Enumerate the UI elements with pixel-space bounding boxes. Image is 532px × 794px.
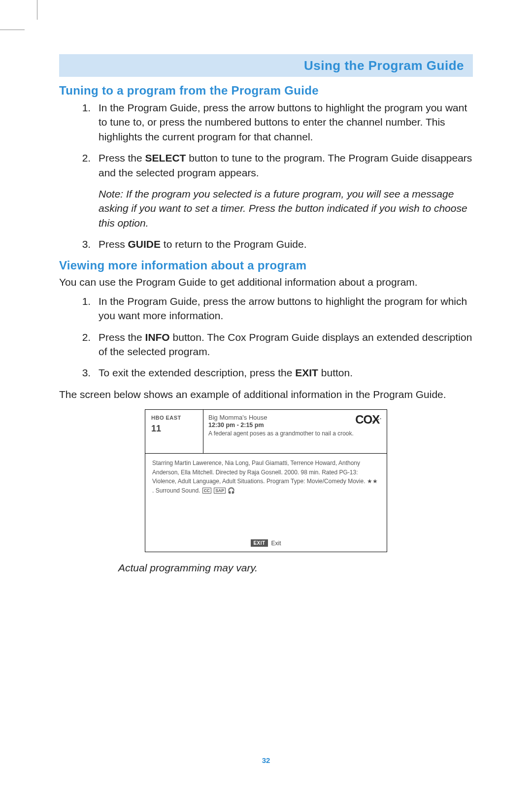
text: Press the	[99, 152, 145, 164]
page-number: 32	[0, 756, 532, 764]
text: button.	[318, 367, 353, 378]
steps-tuning: In the Program Guide, press the arrow bu…	[59, 100, 473, 252]
cc-icon: CC	[202, 488, 211, 494]
tuning-step-3: Press GUIDE to return to the Program Gui…	[94, 237, 473, 251]
exit-label: Exit	[271, 540, 281, 547]
viewing-step-3: To exit the extended description, press …	[94, 365, 473, 380]
example-caption: The screen below shows an example of add…	[59, 387, 473, 401]
info-bold: INFO	[145, 331, 170, 343]
text: Press the	[99, 331, 145, 343]
exit-bold: EXIT	[295, 367, 318, 378]
program-extended-desc: Starring Martin Lawerence, Nia Long, Pau…	[152, 460, 378, 494]
sap-icon: SAP	[214, 488, 225, 494]
section-heading-viewing: Viewing more information about a program	[59, 259, 473, 272]
program-short-desc: A federal agent poses as a grandmother t…	[208, 430, 382, 438]
section-heading-tuning: Tuning to a program from the Program Gui…	[59, 84, 473, 98]
title-bar: Using the Program Guide	[59, 54, 473, 77]
steps-viewing: In the Program Guide, press the arrow bu…	[59, 294, 473, 380]
cox-logo: COX.	[355, 413, 381, 427]
exit-badge-icon: EXIT	[251, 539, 267, 547]
program-info-panel: HBO EAST 11 COX. Big Momma's House 12:30…	[145, 409, 387, 552]
page-title: Using the Program Guide	[304, 58, 464, 73]
guide-bold: GUIDE	[128, 238, 161, 250]
viewing-step-1: In the Program Guide, press the arrow bu…	[94, 294, 473, 323]
panel-caption: Actual programming may vary.	[118, 562, 473, 574]
panel-program-box: COX. Big Momma's House 12:30 pm - 2:15 p…	[203, 410, 387, 453]
text: To exit the extended description, press …	[99, 367, 295, 378]
channel-number: 11	[151, 424, 198, 434]
text: to return to the Program Guide.	[161, 238, 306, 250]
tuning-step-1: In the Program Guide, press the arrow bu…	[94, 100, 473, 144]
select-bold: SELECT	[145, 152, 186, 164]
panel-top: HBO EAST 11 COX. Big Momma's House 12:30…	[145, 410, 387, 454]
viewing-step-2: Press the INFO button. The Cox Program G…	[94, 330, 473, 359]
headphone-icon: 🎧	[228, 487, 235, 494]
panel-footer: EXIT Exit	[145, 536, 387, 552]
text: Press	[99, 238, 128, 250]
tuning-step-2: Press the SELECT button to tune to the p…	[94, 151, 473, 230]
panel-body: Starring Martin Lawerence, Nia Long, Pau…	[145, 454, 387, 536]
manual-page: Using the Program Guide Tuning to a prog…	[0, 0, 532, 794]
viewing-intro: You can use the Program Guide to get add…	[59, 275, 473, 289]
crop-marks	[0, 0, 49, 39]
panel-channel-box: HBO EAST 11	[145, 410, 203, 453]
info-panel-wrap: HBO EAST 11 COX. Big Momma's House 12:30…	[59, 409, 473, 552]
tuning-note: Note: If the program you selected is a f…	[99, 187, 473, 230]
channel-name: HBO EAST	[151, 415, 198, 421]
